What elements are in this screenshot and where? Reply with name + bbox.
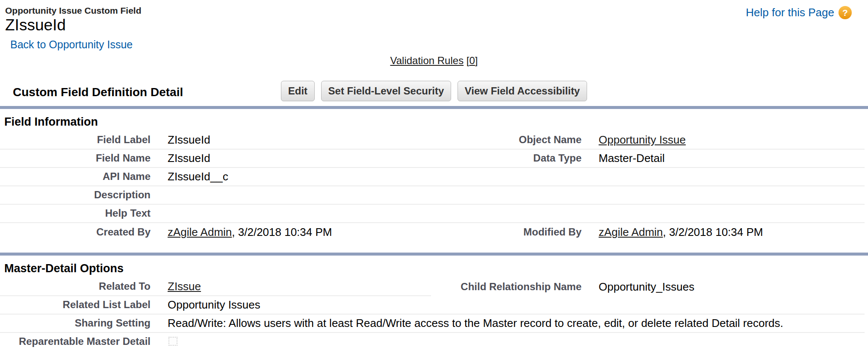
description-label: Description [0, 189, 151, 201]
related-to-link[interactable]: ZIssue [168, 280, 201, 293]
edit-button[interactable]: Edit [281, 81, 315, 101]
row-reparentable-master-detail: Reparentable Master Detail [0, 333, 865, 353]
modified-by-label: Modified By [431, 226, 582, 238]
reparentable-checkbox-unchecked-icon [168, 337, 177, 346]
related-list-label-label: Related List Label [0, 299, 151, 311]
back-link-row: Back to Opportunity Issue [10, 38, 868, 51]
reparentable-master-detail-value [151, 335, 431, 349]
field-label-label: Field Label [0, 134, 151, 146]
row-api-name: API Name ZIssueId__c [0, 168, 865, 186]
row-help-text: Help Text [0, 205, 865, 223]
related-to-label: Related To [0, 278, 151, 296]
sharing-setting-value: Read/Write: Allows users with at least R… [151, 317, 865, 330]
view-field-accessibility-button[interactable]: View Field Accessibility [458, 81, 587, 101]
back-to-object-link[interactable]: Back to Opportunity Issue [10, 38, 133, 50]
help-text-label: Help Text [0, 207, 151, 220]
detail-header: Custom Field Definition Detail Edit Set … [0, 79, 868, 106]
object-name-label: Object Name [431, 134, 582, 146]
created-by-user-link[interactable]: zAgile Admin [168, 226, 232, 238]
section-divider-bar [0, 253, 868, 256]
help-for-this-page-link[interactable]: Help for this Page [746, 6, 834, 19]
created-by-datetime: , 3/2/2018 10:34 PM [232, 226, 332, 238]
created-by-value: zAgile Admin, 3/2/2018 10:34 PM [151, 226, 431, 239]
created-by-label: Created By [0, 226, 151, 238]
data-type-value: Master-Detail [582, 152, 865, 165]
validation-rules-link[interactable]: Validation Rules [390, 55, 464, 66]
row-description: Description [0, 186, 865, 205]
help-area: Help for this Page ? [746, 6, 852, 19]
detail-section-title: Custom Field Definition Detail [13, 85, 183, 99]
modified-by-datetime: , 3/2/2018 10:34 PM [663, 226, 763, 238]
data-type-label: Data Type [431, 152, 582, 165]
master-detail-options-title: Master-Detail Options [4, 262, 868, 275]
validation-rules-bracket-close: ] [475, 55, 478, 66]
page-header: Opportunity Issue Custom Field ZIssueId … [0, 0, 868, 52]
child-relationship-name-label: Child Relationship Name [431, 281, 582, 293]
object-name-link[interactable]: Opportunity Issue [599, 133, 686, 146]
help-question-icon[interactable]: ? [838, 6, 852, 19]
entity-label: Opportunity Issue Custom Field [5, 5, 868, 16]
child-relationship-name-value: Opportunity_Issues [582, 280, 865, 294]
related-list-label-value: Opportunity Issues [151, 298, 431, 312]
field-information-title: Field Information [4, 115, 868, 129]
modified-by-user-link[interactable]: zAgile Admin [599, 226, 663, 238]
api-name-value: ZIssueId__c [151, 170, 431, 183]
row-sharing-setting: Sharing Setting Read/Write: Allows users… [0, 315, 865, 333]
field-name-label: Field Name [0, 152, 151, 165]
page-title: ZIssueId [5, 16, 868, 35]
sharing-setting-label: Sharing Setting [0, 317, 151, 329]
modified-by-value: zAgile Admin, 3/2/2018 10:34 PM [582, 226, 865, 239]
reparentable-master-detail-label: Reparentable Master Detail [0, 335, 151, 348]
row-created-modified: Created By zAgile Admin, 3/2/2018 10:34 … [0, 223, 865, 241]
row-related-list-label: Related List Label Opportunity Issues [0, 296, 865, 315]
row-field-label-object-name: Field Label ZIssueId Object Name Opportu… [0, 131, 865, 150]
row-field-name-data-type: Field Name ZIssueId Data Type Master-Det… [0, 150, 865, 168]
validation-rules-row: Validation Rules [0] [0, 55, 868, 69]
set-field-level-security-button[interactable]: Set Field-Level Security [321, 81, 452, 101]
api-name-label: API Name [0, 171, 151, 183]
section-divider-bar [0, 106, 868, 109]
field-name-value: ZIssueId [151, 152, 431, 165]
field-label-value: ZIssueId [151, 133, 431, 147]
row-related-to-child-rel: Related To ZIssue Child Relationship Nam… [0, 278, 865, 296]
validation-rules-count[interactable]: 0 [469, 55, 475, 66]
